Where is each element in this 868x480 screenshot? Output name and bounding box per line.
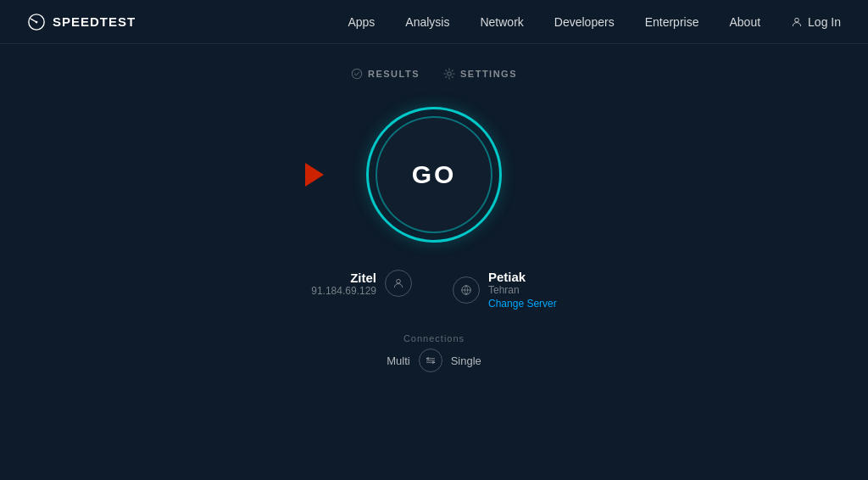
tab-results-label: RESULTS	[368, 69, 420, 79]
nav-apps[interactable]: Apps	[348, 15, 375, 29]
nav-network[interactable]: Network	[480, 15, 523, 29]
svg-point-2	[795, 18, 799, 22]
arrow-indicator	[305, 163, 324, 187]
svg-point-4	[448, 72, 451, 75]
person-icon	[392, 277, 404, 289]
nav-enterprise[interactable]: Enterprise	[645, 15, 699, 29]
connections-area: Connections Multi Single	[387, 333, 481, 372]
globe-icon-button[interactable]	[453, 276, 480, 304]
logo-text: SPEEDTEST	[53, 14, 136, 29]
go-label: GO	[412, 160, 457, 189]
multi-label: Multi	[387, 354, 409, 367]
settings-gear-icon	[443, 68, 455, 80]
nav-about[interactable]: About	[729, 15, 760, 29]
isp-name: Zitel	[350, 271, 376, 285]
nav-analysis[interactable]: Analysis	[405, 15, 449, 29]
connections-toggle-button[interactable]	[419, 349, 442, 372]
server-details: Petiak Tehran Change Server	[453, 270, 557, 310]
tab-settings-label: SETTINGS	[460, 69, 517, 79]
logo: SPEEDTEST	[27, 13, 136, 31]
single-label: Single	[451, 354, 481, 367]
isp-details: Zitel 91.184.69.129	[311, 271, 376, 297]
svg-point-3	[352, 69, 361, 78]
tab-settings[interactable]: SETTINGS	[443, 68, 517, 80]
isp-ip: 91.184.69.129	[311, 285, 376, 297]
server-location: Tehran	[488, 284, 557, 296]
connections-toggle-icon	[425, 354, 437, 366]
isp-user-icon-button[interactable]	[385, 270, 412, 297]
main-content: RESULTS SETTINGS GO Zitel 91.184.69.129	[0, 44, 868, 372]
login-label: Log In	[808, 15, 841, 29]
results-check-icon	[351, 68, 363, 80]
nav-developers[interactable]: Developers	[554, 15, 615, 29]
isp-info: Zitel 91.184.69.129	[311, 270, 412, 297]
go-button-area: GO	[366, 107, 502, 243]
main-nav: Apps Analysis Network Developers Enterpr…	[348, 15, 841, 29]
connections-toggle: Multi Single	[387, 349, 481, 372]
header: SPEEDTEST Apps Analysis Network Develope…	[0, 0, 868, 44]
server-text: Petiak Tehran Change Server	[488, 270, 557, 310]
change-server-link[interactable]: Change Server	[488, 298, 557, 310]
tab-results[interactable]: RESULTS	[351, 68, 420, 80]
go-circle-outer: GO	[366, 107, 502, 243]
user-icon	[791, 16, 803, 28]
globe-icon	[460, 284, 472, 296]
connections-label: Connections	[403, 333, 465, 343]
svg-point-1	[36, 20, 38, 23]
login-button[interactable]: Log In	[791, 15, 841, 29]
go-button[interactable]: GO	[376, 116, 492, 233]
tabs-bar: RESULTS SETTINGS	[351, 68, 517, 80]
server-name: Petiak	[488, 270, 557, 284]
server-info-area: Zitel 91.184.69.129 Petiak Tehran C	[311, 270, 556, 310]
speedtest-logo-icon	[27, 13, 46, 31]
svg-point-5	[397, 279, 401, 283]
